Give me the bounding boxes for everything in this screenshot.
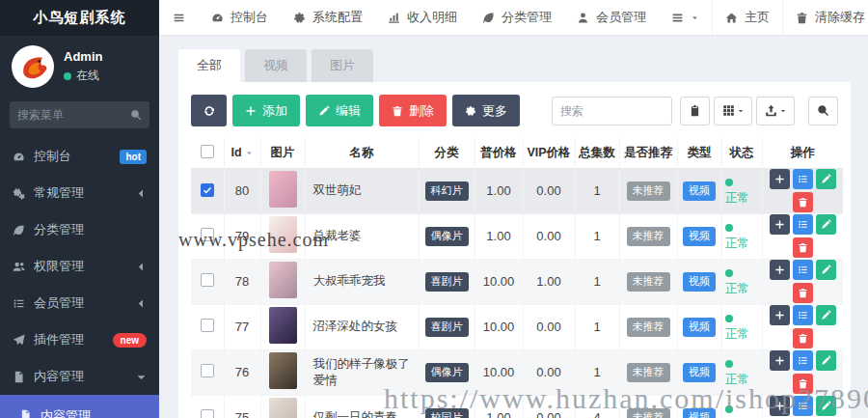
delete-button[interactable]: 删除 — [379, 95, 447, 126]
more-button[interactable]: 更多 — [452, 95, 520, 126]
episodes-button[interactable] — [793, 350, 813, 371]
table-toolbar: 添加 编辑 删除 更多 — [191, 95, 838, 126]
edit-row-button[interactable] — [816, 169, 836, 189]
row-thumbnail[interactable] — [269, 398, 297, 418]
expand-row-button[interactable] — [770, 169, 790, 189]
nav-item-home[interactable]: 主页 — [712, 0, 782, 35]
row-checkbox[interactable] — [201, 364, 214, 377]
episodes-button[interactable] — [793, 396, 813, 416]
nav-item-members[interactable]: 会员管理 — [564, 0, 659, 35]
search-button[interactable] — [808, 97, 838, 125]
tab-all[interactable]: 全部 — [178, 49, 240, 82]
episodes-button[interactable] — [793, 169, 813, 189]
sidebar-item-plugins[interactable]: 插件管理 new — [0, 321, 159, 358]
nav-item-dashboard[interactable]: 控制台 — [199, 0, 281, 35]
tab-image[interactable]: 图片 — [312, 49, 373, 82]
add-button[interactable]: 添加 — [232, 95, 300, 126]
edit-row-button[interactable] — [816, 305, 836, 325]
paginate-toggle-button[interactable] — [680, 97, 710, 125]
cell-vip-price: 0.00 — [523, 304, 575, 349]
hamburger-icon — [173, 12, 185, 24]
sidebar-item-content[interactable]: 内容管理 — [0, 358, 159, 395]
plus-icon — [245, 105, 257, 117]
row-thumbnail[interactable] — [269, 216, 297, 253]
plus-icon — [774, 265, 785, 275]
episodes-button[interactable] — [793, 260, 813, 280]
sidebar-item-dashboard[interactable]: 控制台 hot — [0, 138, 159, 175]
sidebar-subitem-content-active[interactable]: 内容管理 — [0, 395, 159, 418]
delete-row-button[interactable] — [793, 374, 813, 394]
row-checkbox[interactable] — [201, 273, 214, 287]
header-id[interactable]: Id — [224, 138, 260, 168]
row-checkbox[interactable] — [201, 183, 214, 197]
columns-dropdown-button[interactable] — [714, 97, 752, 125]
delete-row-button[interactable] — [793, 237, 813, 258]
row-thumbnail[interactable] — [269, 352, 297, 389]
row-thumbnail[interactable] — [269, 171, 297, 208]
row-checkbox[interactable] — [201, 409, 214, 418]
table-row[interactable]: 79 总裁老婆 偶像片 1.00 0.00 1 未推荐 视频 正常 — [191, 213, 843, 259]
pencil-icon — [821, 265, 831, 275]
nav-item-category[interactable]: 分类管理 — [470, 0, 564, 35]
sidebar-item-members[interactable]: 会员管理 — [0, 285, 159, 321]
row-thumbnail[interactable] — [269, 307, 297, 344]
table-search-input[interactable] — [552, 97, 672, 125]
row-checkbox[interactable] — [201, 319, 214, 332]
cell-id: 77 — [224, 304, 260, 349]
header-name: 名称 — [305, 138, 419, 168]
expand-row-button[interactable] — [770, 214, 790, 235]
search-icon[interactable] — [130, 109, 142, 121]
tab-video[interactable]: 视频 — [245, 49, 307, 82]
nav-item-clear-cache[interactable]: 清除缓存 — [782, 0, 868, 35]
delete-row-button[interactable] — [793, 283, 813, 303]
table-row[interactable]: 75 仅剩一日的青春 校园片 1.00 0.00 4 未推荐 视频 正常 — [191, 395, 843, 418]
status-dot-icon — [725, 269, 733, 277]
edit-button[interactable]: 编辑 — [306, 95, 373, 126]
delete-row-button[interactable] — [793, 192, 813, 212]
plus-icon — [774, 355, 785, 366]
expand-row-button[interactable] — [770, 305, 790, 325]
edit-row-button[interactable] — [816, 350, 836, 371]
caret-down-icon — [737, 107, 745, 115]
nav-item-system-config[interactable]: 系统配置 — [281, 0, 375, 35]
sidebar-item-label: 常规管理 — [34, 184, 84, 202]
nav-item-income-detail[interactable]: 收入明细 — [375, 0, 470, 35]
select-all-checkbox[interactable] — [201, 145, 214, 158]
cell-status: 正常 — [721, 395, 762, 418]
gear-icon — [293, 12, 306, 24]
table-row[interactable]: 80 双世萌妃 科幻片 1.00 0.00 1 未推荐 视频 正常 — [191, 168, 843, 213]
sidebar-toggle-button[interactable] — [159, 0, 199, 35]
row-checkbox[interactable] — [201, 228, 214, 241]
table-row[interactable]: 77 沼泽深处的女孩 喜剧片 10.00 0.00 1 未推荐 视频 正常 — [191, 304, 843, 349]
row-thumbnail[interactable] — [269, 262, 297, 298]
table-row[interactable]: 76 我们的样子像极了爱情 偶像片 10.00 0.00 1 未推荐 视频 正常 — [191, 349, 843, 395]
category-badge: 喜剧片 — [425, 318, 469, 337]
nav-menu-dropdown[interactable] — [659, 0, 712, 35]
cell-image — [260, 304, 305, 349]
top-navbar: 控制台 系统配置 收入明细 分类管理 会员管理 主页 清除缓存 — [159, 0, 868, 36]
cell-id: 80 — [224, 168, 260, 213]
export-dropdown-button[interactable] — [756, 97, 795, 125]
episodes-button[interactable] — [793, 214, 813, 235]
sidebar-item-permissions[interactable]: 权限管理 — [0, 248, 159, 285]
refresh-button[interactable] — [191, 95, 227, 126]
edit-row-button[interactable] — [816, 260, 836, 280]
table-card: 添加 编辑 删除 更多 — [178, 82, 851, 418]
list-icon — [798, 174, 808, 184]
cell-id: 79 — [224, 213, 260, 259]
delete-row-button[interactable] — [793, 328, 813, 348]
cell-actions — [762, 168, 843, 213]
cell-select — [191, 304, 224, 349]
episodes-button[interactable] — [793, 305, 813, 325]
edit-row-button[interactable] — [816, 396, 836, 416]
sidebar-search-input[interactable] — [17, 108, 130, 122]
edit-row-button[interactable] — [816, 214, 836, 235]
table-row[interactable]: 78 大叔乖乖宠我 喜剧片 10.00 1.00 1 未推荐 视频 正常 — [191, 259, 843, 304]
sidebar-item-category[interactable]: 分类管理 — [0, 211, 159, 248]
expand-row-button[interactable] — [770, 350, 790, 371]
caret-down-icon — [779, 107, 787, 115]
sidebar-item-general[interactable]: 常规管理 — [0, 175, 159, 211]
recommend-badge: 未推荐 — [627, 272, 670, 292]
expand-row-button[interactable] — [770, 260, 790, 280]
expand-row-button[interactable] — [770, 396, 790, 416]
